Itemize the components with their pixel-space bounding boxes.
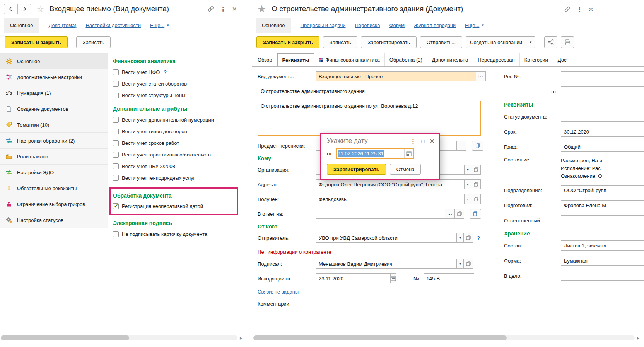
signed-dropdown-button[interactable] <box>456 259 464 269</box>
checkbox-row-statei-oborotov[interactable]: Вести учет статей оборотов <box>113 78 242 89</box>
checkbox[interactable] <box>113 69 119 75</box>
sender-dropdown-button[interactable] <box>456 233 464 243</box>
sender-field[interactable]: УВО при УВД Самарской области <box>316 233 457 243</box>
close-icon[interactable]: × <box>589 5 593 13</box>
addressee-dropdown-button[interactable] <box>464 179 471 189</box>
sender-help-link[interactable]: ? <box>477 235 480 241</box>
forward-button[interactable] <box>17 4 31 14</box>
h-scrollbar-right[interactable]: ▶ <box>253 335 641 340</box>
checkbox[interactable] <box>113 163 119 169</box>
scrollbar-thumb[interactable] <box>1 335 129 340</box>
sidebar-item-numeraciya[interactable]: 123Нумерация (1) <box>0 85 108 101</box>
checkbox-row-pbu[interactable]: Вести учет ПБУ 2/2008 <box>113 160 242 172</box>
scroll-right-icon[interactable]: ▶ <box>239 335 244 340</box>
checkbox[interactable] <box>113 140 119 146</box>
sidebar-item-nastroyki-obrabotki[interactable]: Настройки обработки (2) <box>0 133 108 149</box>
menu-tab-osnovnoe[interactable]: Основное <box>4 18 39 33</box>
checkbox-row-registraciya-neoperativnoy[interactable]: Регистрация неоперативной датой <box>113 200 235 212</box>
tab-kategorii[interactable]: Категории <box>520 53 553 66</box>
sidebar-item-nastroyki-edo[interactable]: Настройки ЭДО <box>0 165 108 180</box>
menu-tab-zhurnal[interactable]: Журнал передачи <box>414 22 456 28</box>
sidebar-item-tematiki[interactable]: Тематики (10) <box>0 117 108 133</box>
date-input[interactable]: 11.02.2026 11:25:31 <box>336 148 414 159</box>
create-based-on-button[interactable]: Создать на основании▼ <box>466 36 535 48</box>
chevron-down-icon[interactable]: ▼ <box>526 37 535 48</box>
link-icon[interactable] <box>208 6 214 12</box>
tab-rekvizity[interactable]: Реквизиты <box>277 53 314 67</box>
more-actions-icon[interactable]: ⋮ <box>577 7 583 12</box>
checkbox-checked[interactable] <box>113 203 119 209</box>
checkbox[interactable] <box>113 81 119 87</box>
print-button[interactable] <box>561 36 574 48</box>
doc-title-input[interactable]: О строительстве административного здания <box>258 86 486 96</box>
subject-copy-button[interactable] <box>472 141 483 151</box>
calendar-icon[interactable] <box>404 149 413 158</box>
status-field[interactable] <box>561 112 644 122</box>
sidebar-item-osnovnoe[interactable]: Основное <box>0 53 108 69</box>
checkbox-row-garantiynyh[interactable]: Вести учет гарантийных обязательств <box>113 149 242 160</box>
sidebar-item-ogranichenie-grifov[interactable]: Ограничение выбора грифов <box>0 196 108 212</box>
addressee-field[interactable]: Федоров Олег Петрович (ООО "СтройГрупп",… <box>316 179 465 189</box>
tab-pereadresovan[interactable]: Переадресован <box>473 53 519 66</box>
tab-fin-analitika[interactable]: Финансовая аналитика <box>314 53 385 66</box>
reply-copy-button[interactable] <box>470 209 481 219</box>
link-icon[interactable] <box>564 6 571 12</box>
tab-dopolnitelno[interactable]: Дополнительно <box>427 53 473 66</box>
checkbox-row-tipov-dogovorov[interactable]: Вести учет типов договоров <box>113 125 242 137</box>
grif-field[interactable]: Общий <box>561 142 644 152</box>
favorite-star-icon[interactable]: ★ <box>257 4 266 14</box>
responsible-field[interactable] <box>561 215 644 225</box>
signed-open-button[interactable] <box>463 259 473 269</box>
checkbox[interactable] <box>113 93 119 98</box>
scrollbar-thumb[interactable] <box>253 335 507 340</box>
dialog-close-icon[interactable]: × <box>430 137 434 145</box>
reply-open-button[interactable] <box>454 209 464 219</box>
checkbox[interactable] <box>113 175 119 181</box>
menu-tab-osnovnoe[interactable]: Основное <box>256 18 291 33</box>
send-button[interactable]: Отправить... <box>420 36 462 48</box>
menu-tab-more[interactable]: Еще...▼ <box>465 22 484 28</box>
menu-tab-forum[interactable]: Форум <box>389 22 405 28</box>
menu-tab-perepiska[interactable]: Переписка <box>355 22 380 28</box>
sender-open-button[interactable] <box>463 233 473 243</box>
organization-dropdown-button[interactable] <box>464 165 471 175</box>
save-button[interactable]: Записать <box>76 36 111 48</box>
save-and-close-button[interactable]: Записать и закрыть <box>256 36 319 48</box>
reg-date-field[interactable]: . . : <box>561 86 644 96</box>
checkbox[interactable] <box>113 231 119 237</box>
links-link[interactable]: Связи: не заданы <box>258 289 299 295</box>
prepared-field[interactable]: Фролова Елена М <box>561 200 644 210</box>
h-scrollbar-left[interactable]: ▶ <box>1 335 244 340</box>
division-field[interactable]: ООО "СтройГрупп <box>561 185 644 195</box>
tab-obrabotka[interactable]: Обработка (2) <box>385 53 427 66</box>
sidebar-item-sozdanie-dokumentov[interactable]: Создание документов <box>0 101 108 117</box>
help-link[interactable]: ? <box>164 69 166 75</box>
checkbox[interactable] <box>113 152 119 158</box>
doc-type-select-button[interactable]: ... <box>476 71 486 81</box>
sidebar-item-nastroyka-statusov[interactable]: Настройка статусов <box>0 212 108 228</box>
tab-obzor[interactable]: Обзор <box>253 53 277 66</box>
outgoing-date-field[interactable]: 23.11.2020 <box>316 273 391 283</box>
sidebar-item-obyazatelnye-rekvizity[interactable]: !Обязательные реквизиты <box>0 180 108 196</box>
case-field[interactable] <box>561 271 644 281</box>
menu-tab-dela-toma[interactable]: Дела (тома) <box>49 22 77 28</box>
close-icon[interactable]: × <box>232 5 237 13</box>
favorite-star-icon[interactable]: ☆ <box>37 5 44 13</box>
save-button[interactable]: Записать <box>323 36 358 48</box>
subject-select-button[interactable]: ... <box>456 141 466 151</box>
doc-summary-textarea[interactable]: О строительстве административного здания… <box>258 101 481 136</box>
checkbox-row-genpodryadnyh[interactable]: Вести учет генподрядных услуг <box>113 172 242 184</box>
reply-select-button[interactable]: ... <box>445 209 455 219</box>
checkbox[interactable] <box>113 117 119 123</box>
signed-field[interactable]: Меньшиков Вадим Дмитриевич <box>316 259 457 269</box>
form-field[interactable]: Бумажная <box>561 256 644 266</box>
addressee-open-button[interactable] <box>471 179 481 189</box>
menu-tab-more[interactable]: Еще...▼ <box>150 22 169 28</box>
menu-tab-processy[interactable]: Процессы и задачи <box>301 22 346 28</box>
back-button[interactable] <box>4 4 18 14</box>
checkbox-row-dop-numeracii[interactable]: Вести учет дополнительной нумерации <box>113 114 242 125</box>
dialog-maximize-icon[interactable]: □ <box>421 139 424 144</box>
share-button[interactable] <box>544 36 557 48</box>
sidebar-item-roli-faylov[interactable]: Роли файлов <box>0 149 108 165</box>
organization-open-button[interactable] <box>471 165 481 175</box>
